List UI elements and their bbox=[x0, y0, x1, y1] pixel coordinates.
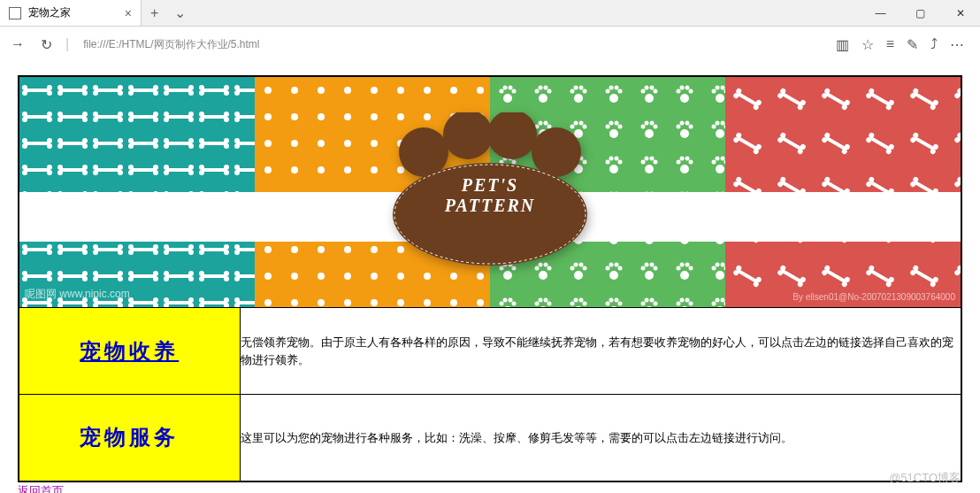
close-tab-icon[interactable]: × bbox=[125, 6, 132, 20]
close-window-button[interactable]: ✕ bbox=[940, 0, 980, 27]
adopt-link-cell: 宠物收养 bbox=[19, 308, 240, 395]
maximize-button[interactable]: ▢ bbox=[900, 0, 940, 27]
tab-bar: 宠物之家 × + ⌄ — ▢ ✕ bbox=[0, 0, 980, 27]
refresh-button[interactable]: ↻ bbox=[37, 36, 55, 53]
main-table: PET'S PATTERN 呢图网 www.nipic.com By ellse… bbox=[18, 75, 962, 482]
service-description: 这里可以为您的宠物进行各种服务，比如：洗澡、按摩、修剪毛发等等，需要的可以点击左… bbox=[240, 395, 961, 481]
reading-view-icon[interactable]: ▥ bbox=[836, 36, 849, 53]
adopt-description: 无偿领养宠物。由于原主人有各种各样的原因，导致不能继续抚养宠物，若有想要收养宠物… bbox=[240, 308, 961, 395]
svg-point-2 bbox=[443, 112, 493, 159]
hub-icon[interactable]: ≡ bbox=[886, 36, 894, 52]
badge-line2: PATTERN bbox=[445, 196, 536, 216]
favorite-icon[interactable]: ☆ bbox=[861, 36, 874, 53]
more-icon[interactable]: ⋯ bbox=[950, 36, 964, 53]
back-home-link[interactable]: 返回首页 bbox=[18, 484, 64, 494]
service-link-cell: 宠物服务 bbox=[19, 395, 240, 481]
minimize-button[interactable]: — bbox=[861, 0, 900, 27]
share-icon[interactable]: ⤴ bbox=[930, 36, 938, 52]
tab-title: 宠物之家 bbox=[28, 5, 71, 20]
page-icon bbox=[9, 7, 21, 19]
browser-tab[interactable]: 宠物之家 × bbox=[0, 0, 142, 26]
svg-point-1 bbox=[399, 127, 448, 177]
svg-point-4 bbox=[532, 127, 581, 177]
banner-watermark-right: By ellsen01@No-2007021309003764000 bbox=[792, 292, 955, 302]
forward-button[interactable]: → bbox=[9, 36, 27, 52]
page-watermark: @51CTO博客 bbox=[889, 470, 961, 486]
url-separator: | bbox=[65, 36, 69, 52]
svg-point-3 bbox=[487, 112, 537, 159]
banner-cell: PET'S PATTERN 呢图网 www.nipic.com By ellse… bbox=[19, 76, 961, 308]
url-input[interactable] bbox=[80, 35, 825, 54]
service-link[interactable]: 宠物服务 bbox=[80, 425, 179, 449]
notes-icon[interactable]: ✎ bbox=[907, 36, 918, 53]
paw-badge: PET'S PATTERN bbox=[357, 112, 623, 272]
tab-chevron-icon[interactable]: ⌄ bbox=[167, 4, 193, 21]
adopt-link[interactable]: 宠物收养 bbox=[80, 339, 179, 363]
badge-line1: PET'S bbox=[445, 175, 536, 196]
address-bar: → ↻ | ▥ ☆ ≡ ✎ ⤴ ⋯ bbox=[0, 27, 980, 62]
new-tab-button[interactable]: + bbox=[142, 5, 167, 21]
banner-watermark-left: 呢图网 www.nipic.com bbox=[25, 287, 130, 302]
page-content: PET'S PATTERN 呢图网 www.nipic.com By ellse… bbox=[0, 62, 980, 493]
